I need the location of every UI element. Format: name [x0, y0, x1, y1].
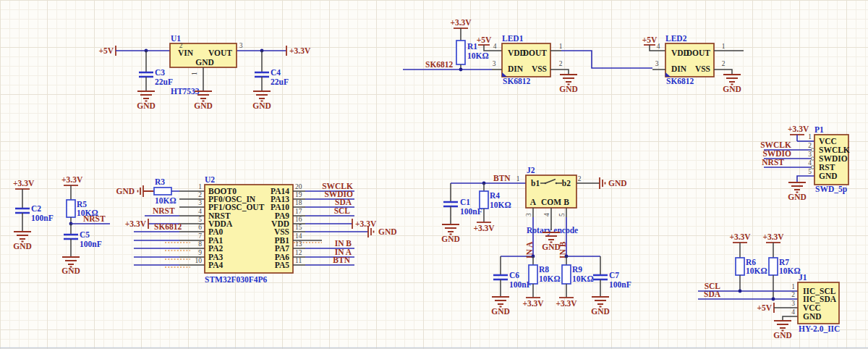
designator: J2	[527, 166, 535, 174]
designator: C4	[271, 68, 281, 77]
gnd-symbol-c5[interactable]: GND	[61, 257, 80, 275]
value: 10KΩ	[572, 274, 594, 283]
wire-dout-to-din[interactable]	[561, 51, 652, 68]
pin-number: 2	[578, 175, 582, 182]
resistor-symbol[interactable]	[562, 265, 571, 284]
capacitor-c2[interactable]: C2 100nF	[15, 189, 54, 232]
designator: R6	[746, 258, 756, 266]
wire[interactable]	[797, 176, 814, 182]
resistor-r9[interactable]: R9 10KΩ	[562, 256, 594, 298]
power-port-3v3-r4[interactable]: +3.3V	[473, 222, 495, 232]
resistor-symbol[interactable]	[456, 41, 465, 64]
power-port-3v3-p1[interactable]: +3.3V	[788, 125, 809, 135]
part-name: SK6812	[503, 77, 531, 85]
gnd-symbol-j2[interactable]: GND	[600, 177, 627, 189]
power-port-3v3-u1[interactable]: +3.3V	[286, 46, 311, 56]
capacitor-c6[interactable]: C6 100nF	[493, 256, 532, 297]
capacitor-c3[interactable]: C3 22uF	[139, 51, 173, 91]
schematic-canvas[interactable]: +5V U1 VIN VOUT GND 2 3 1 HT7533 +3.3V C…	[0, 0, 868, 349]
designator: C7	[609, 271, 619, 279]
designator: C5	[80, 230, 90, 239]
capacitor-symbol[interactable]	[15, 209, 30, 213]
pin-dot	[811, 148, 814, 151]
gnd-symbol-c2[interactable]: GND	[13, 232, 32, 251]
gnd-symbol-j1[interactable]: GND	[773, 321, 792, 340]
pin-name-b: B	[563, 198, 569, 206]
pin-number: 5	[198, 216, 202, 223]
pin-number: 2	[722, 60, 726, 67]
gnd-label: GND	[788, 193, 807, 201]
capacitor-symbol[interactable]	[64, 235, 78, 239]
resistor-symbol[interactable]	[529, 265, 537, 284]
gnd-symbol-j2com[interactable]: GND	[542, 232, 561, 251]
gnd-bars	[560, 75, 577, 85]
power-port-3v3-r8[interactable]: +3.3V	[522, 298, 544, 308]
gnd-bars	[137, 91, 155, 101]
power-port-3v3-u2vdd[interactable]: +3.3V	[352, 219, 377, 229]
encoder-j2[interactable]: J2 1 2 b1 b2 A COM B 3 4 5 Rotary encode	[516, 166, 582, 235]
power-port-3v3-r9[interactable]: +3.3V	[556, 298, 577, 308]
capacitor-c1[interactable]: C1 100nF	[443, 183, 482, 224]
part-name: SK6812	[666, 77, 694, 85]
capacitor-symbol[interactable]	[139, 72, 153, 77]
gnd-symbol-led2[interactable]: GND	[723, 75, 741, 93]
led1-sk6812[interactable]: LED1 VDD DOUT DIN VSS 4 3 1 2 SK6812	[493, 34, 563, 85]
gnd-symbol-c4[interactable]: GND	[252, 91, 271, 110]
pin-name-vout: VOUT	[208, 49, 232, 57]
pin-name-din: DIN	[671, 64, 687, 73]
regulator-u1[interactable]: U1 VIN VOUT GND 2 3 1 HT7533	[170, 34, 243, 96]
pin-number: 4	[657, 43, 660, 50]
capacitor-symbol[interactable]	[593, 275, 608, 279]
resistor-r6[interactable]: R6 10KΩ	[736, 243, 767, 291]
designator: R7	[779, 258, 789, 266]
pin-number: 4	[198, 208, 202, 215]
capacitor-symbol[interactable]	[493, 275, 508, 279]
gnd-label: GND	[723, 85, 741, 93]
pin-number: 3	[791, 300, 795, 307]
gnd-bars	[592, 297, 609, 307]
resistor-symbol[interactable]	[769, 258, 778, 275]
led2-sk6812[interactable]: LED2 VDD DOUT DIN VSS 4 3 1 2 SK6812	[655, 34, 726, 85]
power-port-5v-led2[interactable]: +5V	[642, 35, 665, 51]
power-port-5v-u1[interactable]: +5V	[98, 46, 116, 56]
resistor-symbol[interactable]	[736, 258, 744, 275]
net-label-btn: BTN	[333, 256, 350, 264]
power-label: +5V	[757, 303, 772, 312]
resistor-symbol[interactable]	[67, 200, 75, 217]
power-port-5v-led1[interactable]: +5V	[477, 35, 502, 51]
power-port-3v3-u2vdda[interactable]: +3.3V	[125, 219, 148, 229]
capacitor-c5[interactable]: C5 100nF	[64, 224, 102, 257]
connector-p1[interactable]: P1 1 2 3 4 5 VCC SWCLK SWDIO RST GND SWD…	[808, 125, 850, 194]
gnd-symbol-c3[interactable]: GND	[137, 91, 156, 110]
gnd-symbol-r3[interactable]: GND	[116, 185, 154, 197]
capacitor-symbol[interactable]	[255, 72, 269, 77]
gnd-symbol-c6[interactable]: GND	[491, 297, 510, 316]
resistor-symbol[interactable]	[154, 188, 171, 195]
gnd-symbol-led1[interactable]: GND	[559, 75, 578, 93]
capacitor-c4[interactable]: C4 22uF	[255, 51, 289, 91]
gnd-symbol-c1[interactable]: GND	[441, 224, 460, 243]
power-port-3v3-r1[interactable]: +3.3V	[450, 18, 472, 28]
pin-line	[714, 70, 732, 75]
pin-number: 1	[516, 175, 520, 182]
capacitor-symbol[interactable]	[443, 202, 458, 206]
gnd-bars	[62, 257, 80, 267]
connector-j1[interactable]: J1 1 2 3 4 IIC_SCL IIC_SDA VCC GND HY-2.…	[791, 273, 840, 333]
resistor-symbol[interactable]	[480, 191, 488, 209]
designator: C2	[31, 204, 41, 213]
power-label: +3.3V	[788, 125, 809, 133]
pin-number: 1	[722, 43, 726, 50]
power-port-3v3-r5[interactable]: +3.3V	[61, 175, 83, 185]
pin-name: VSS	[274, 227, 289, 236]
power-port-3v3-r7[interactable]: +3.3V	[762, 232, 784, 243]
capacitor-c7[interactable]: C7 100nF	[593, 256, 631, 297]
gnd-symbol-c7[interactable]: GND	[591, 297, 610, 316]
gnd-symbol-p1[interactable]: GND	[788, 182, 807, 201]
power-port-3v3-r6[interactable]: +3.3V	[729, 232, 751, 243]
value: 100nF	[609, 280, 631, 289]
pin-number: 1	[198, 183, 202, 190]
power-port-3v3-c2[interactable]: +3.3V	[13, 179, 35, 189]
mcu-u2[interactable]: U2 STM32F030F4P6 1 2 3 4 5 6 7 8 9 10 BO…	[195, 175, 302, 284]
resistor-r8[interactable]: R8 10KΩ	[529, 256, 561, 298]
resistor-r4[interactable]: R4 10KΩ	[480, 183, 511, 222]
